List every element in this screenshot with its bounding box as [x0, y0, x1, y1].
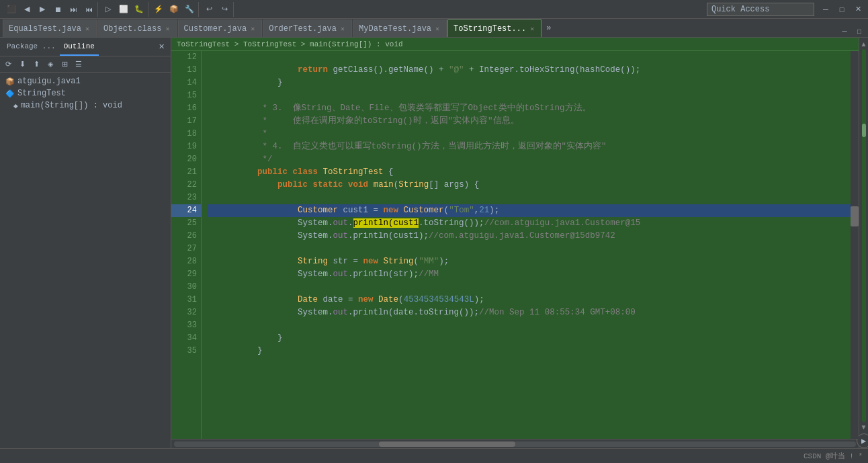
- method-icon: ◆: [13, 101, 18, 110]
- main-toolbar: ⬛ ◀ ▶ ⏹ ⏭ ⏮ ▷ ⬜ 🐛 ⚡ 📦 🔧 ↩ ↪ Quick Access…: [0, 0, 868, 19]
- ln-16: 16: [171, 102, 201, 115]
- panel-toolbar-btn-6[interactable]: ☰: [72, 58, 85, 71]
- ln-29: 29: [171, 268, 201, 281]
- panel-tab-package-label: Package ...: [7, 42, 56, 50]
- toolbar-group-3: ⚡ 📦 🔧: [150, 2, 199, 17]
- toolbar-btn-4[interactable]: ⏹: [50, 2, 65, 17]
- panel-toolbar-btn-3[interactable]: ⬆: [30, 58, 43, 71]
- toolbar-btn-2[interactable]: ◀: [19, 2, 34, 17]
- code-line-27: String str = new String("MM");: [207, 243, 851, 255]
- tab-label: ToStringTest...: [453, 24, 526, 34]
- code-lines[interactable]: return getClass().getName() + "@" + Inte…: [202, 51, 851, 439]
- toolbar-btn-6[interactable]: ⏮: [81, 2, 96, 17]
- toolbar-btn-9[interactable]: 🐛: [132, 2, 146, 17]
- ln-33: 33: [171, 319, 201, 332]
- code-content[interactable]: 12 13 14 15 16 17 18 19 20 21 22 23 24 2…: [171, 51, 859, 439]
- ln-23: 23: [171, 192, 201, 204]
- toolbar-btn-min[interactable]: ─: [818, 2, 833, 17]
- bottom-scrollbar[interactable]: [171, 439, 859, 448]
- tree-item-main[interactable]: ◆ main(String[]) : void: [0, 99, 171, 112]
- panel-close-btn[interactable]: ✕: [155, 40, 168, 54]
- left-panel: Package ... Outline ✕ ⟳ ⬇ ⬆ ◈ ⊞ ☰ 📦 atgu…: [0, 38, 171, 448]
- class-icon: 🔷: [5, 89, 15, 98]
- editor-min-btn[interactable]: ─: [838, 25, 851, 37]
- code-line-14: [207, 77, 851, 89]
- scroll-down-btn[interactable]: ▼: [861, 423, 867, 431]
- line-numbers: 12 13 14 15 16 17 18 19 20 21 22 23 24 2…: [171, 51, 202, 439]
- vertical-scrollbar[interactable]: [851, 51, 859, 439]
- toolbar-btn-13[interactable]: ↩: [202, 2, 216, 17]
- ln-12: 12: [171, 51, 201, 64]
- code-line-12: return getClass().getName() + "@" + Inte…: [207, 51, 851, 64]
- tab-close[interactable]: ✕: [339, 25, 346, 33]
- tab-close[interactable]: ✕: [249, 25, 256, 33]
- editor-tabs-bar: EqualsTest.java ✕ Object.class ✕ Custome…: [0, 19, 868, 38]
- tab-label: Customer.java: [184, 24, 247, 34]
- toolbar-group-4: ↩ ↪: [200, 2, 234, 17]
- tab-label: OrderTest.java: [269, 24, 337, 34]
- tab-close[interactable]: ✕: [434, 25, 441, 33]
- breadcrumb-bar: ToStringTest > ToStringTest > main(Strin…: [171, 38, 859, 51]
- ln-28: 28: [171, 255, 201, 268]
- code-editor: ToStringTest > ToStringTest > main(Strin…: [171, 38, 859, 448]
- toolbar-btn-3[interactable]: ▶: [35, 2, 50, 17]
- tab-customer[interactable]: Customer.java ✕: [178, 19, 263, 37]
- ln-20: 20: [171, 153, 201, 166]
- toolbar-btn-1[interactable]: ⬛: [4, 2, 19, 17]
- toolbar-btn-8[interactable]: ⬜: [116, 2, 131, 17]
- tab-overflow[interactable]: »: [542, 19, 555, 37]
- toolbar-btn-10[interactable]: ⚡: [151, 2, 166, 17]
- tab-mydatetest[interactable]: MyDateTest.java ✕: [353, 19, 447, 37]
- code-line-30: Date date = new Date(4534534534543L);: [207, 281, 851, 294]
- code-line-35: [207, 345, 851, 357]
- editor-max-btn[interactable]: □: [853, 25, 865, 37]
- toolbar-group-2: ▷ ⬜ 🐛: [99, 2, 148, 17]
- tab-equalstest[interactable]: EqualsTest.java ✕: [3, 19, 97, 37]
- right-side-panel: ▲ ▼ ▶: [859, 38, 868, 448]
- tree-item-label: atguigu.java1: [17, 77, 81, 86]
- ln-26: 26: [171, 230, 201, 243]
- tab-close[interactable]: ✕: [164, 25, 171, 33]
- tree-item-package[interactable]: 📦 atguigu.java1: [0, 75, 171, 87]
- panel-tab-outline-label: Outline: [64, 42, 95, 50]
- tree-item-stringtest[interactable]: 🔷 StringTest: [0, 87, 171, 99]
- toolbar-btn-11[interactable]: 📦: [167, 2, 181, 17]
- outline-tree: 📦 atguigu.java1 🔷 StringTest ◆ main(Stri…: [0, 73, 171, 448]
- panel-tab-package[interactable]: Package ...: [3, 38, 60, 56]
- tab-label: Object.class: [103, 24, 161, 34]
- scroll-thumb[interactable]: [379, 441, 515, 447]
- ln-25: 25: [171, 217, 201, 230]
- quick-access-box[interactable]: Quick Access: [707, 3, 814, 16]
- ln-34: 34: [171, 332, 201, 345]
- toolbar-group-1: ⬛ ◀ ▶ ⏹ ⏭ ⏮: [3, 2, 98, 17]
- ln-31: 31: [171, 294, 201, 306]
- tab-object[interactable]: Object.class ✕: [97, 19, 177, 37]
- tab-ordertest[interactable]: OrderTest.java ✕: [263, 19, 352, 37]
- tab-close[interactable]: ✕: [529, 25, 535, 33]
- toolbar-btn-14[interactable]: ↪: [217, 2, 232, 17]
- vscroll-thumb[interactable]: [851, 206, 859, 226]
- toolbar-btn-7[interactable]: ▷: [101, 2, 116, 17]
- code-line-23: Customer cust1 = new Customer("Tom",21);: [207, 192, 851, 204]
- panel-tab-outline[interactable]: Outline: [60, 38, 99, 56]
- tab-label: EqualsTest.java: [9, 24, 81, 34]
- tab-close[interactable]: ✕: [84, 25, 91, 33]
- status-bar: CSDN @叶当 ! *: [0, 448, 868, 463]
- toolbar-btn-5[interactable]: ⏭: [66, 2, 81, 17]
- ln-13: 13: [171, 64, 201, 77]
- panel-toolbar-btn-4[interactable]: ◈: [44, 58, 57, 71]
- toolbar-btn-max[interactable]: □: [834, 2, 849, 17]
- tab-tostringtest[interactable]: ToStringTest... ✕: [447, 19, 541, 37]
- ln-35: 35: [171, 345, 201, 357]
- code-line-15: * 3. 像String、Date、File、包装类等都重写了Object类中的…: [207, 89, 851, 102]
- toolbar-btn-12[interactable]: 🔧: [182, 2, 197, 17]
- panel-toolbar-btn-1[interactable]: ⟳: [1, 58, 15, 71]
- main-area: Package ... Outline ✕ ⟳ ⬇ ⬆ ◈ ⊞ ☰ 📦 atgu…: [0, 38, 868, 448]
- code-line-18: * 4. 自定义类也可以重写toString()方法，当调用此方法时，返回对象的…: [207, 128, 851, 140]
- scroll-up-btn[interactable]: ▲: [861, 40, 867, 48]
- panel-toolbar-btn-5[interactable]: ⊞: [58, 58, 71, 71]
- toolbar-btn-close[interactable]: ✕: [851, 2, 865, 17]
- panel-toolbar-btn-2[interactable]: ⬇: [15, 58, 29, 71]
- breadcrumb-text: ToStringTest > ToStringTest > main(Strin…: [177, 40, 403, 48]
- scroll-track[interactable]: [174, 441, 856, 447]
